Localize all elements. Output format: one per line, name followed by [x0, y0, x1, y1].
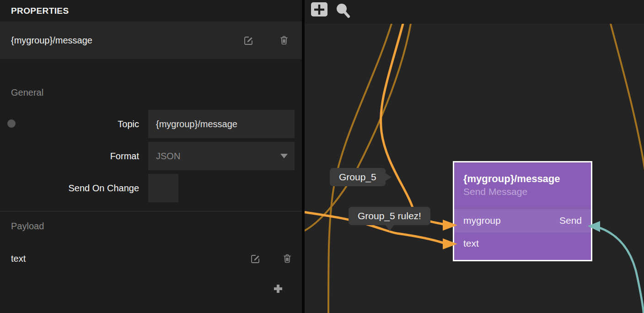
delete-button[interactable] — [279, 35, 290, 46]
edge-label-text: Group_5 rulez! — [358, 210, 421, 221]
payload-delete-button[interactable] — [282, 253, 293, 264]
send-on-change-row: Send On Change — [0, 174, 302, 202]
add-node-button[interactable] — [311, 2, 327, 16]
arrowhead-text — [443, 238, 457, 249]
plus-icon — [313, 4, 325, 16]
edit-icon — [243, 35, 254, 46]
payload-item-name: text — [11, 254, 26, 264]
general-section-label: General — [11, 87, 43, 98]
chevron-down-icon — [280, 154, 288, 158]
format-value: JSON — [156, 151, 180, 162]
search-button[interactable] — [336, 3, 351, 18]
properties-panel-header: PROPERTIES — [0, 0, 302, 22]
topic-input[interactable]: {mygroup}/message — [148, 110, 295, 138]
edge-label-group5[interactable]: Group_5 — [330, 168, 386, 186]
edit-button[interactable] — [243, 35, 254, 46]
topic-label: Topic — [118, 119, 139, 130]
send-on-change-label: Send On Change — [68, 183, 139, 194]
trash-icon — [282, 253, 293, 264]
plus-icon — [273, 283, 284, 294]
canvas-toolbar — [305, 0, 644, 24]
edge-label-text: Group_5 — [339, 172, 376, 182]
format-row: Format JSON — [0, 142, 302, 170]
search-icon — [336, 3, 351, 18]
add-payload-button[interactable] — [273, 283, 284, 294]
panel-title: PROPERTIES — [11, 6, 69, 16]
selected-node-row[interactable]: {mygroup}/message — [0, 22, 302, 59]
payload-edit-button[interactable] — [250, 253, 261, 264]
canvas[interactable]: {mygroup}/message Send Message mygroup S… — [305, 0, 644, 313]
payload-section: Payload text — [0, 211, 302, 313]
topic-value: {mygroup}/message — [156, 119, 237, 130]
selected-node-name: {mygroup}/message — [11, 35, 92, 46]
trash-icon — [279, 35, 290, 46]
arrowhead-mygroup — [443, 220, 457, 231]
edit-icon — [250, 253, 261, 264]
payload-item-row[interactable]: text — [0, 248, 302, 270]
edge-label-group5-rulez[interactable]: Group_5 rulez! — [349, 207, 430, 225]
edge-teal-to-send[interactable] — [597, 227, 644, 313]
topic-row: Topic {mygroup}/message — [0, 110, 302, 138]
payload-section-label: Payload — [11, 221, 44, 232]
selected-node-actions — [243, 35, 290, 46]
properties-panel: PROPERTIES {mygroup}/message General — [0, 0, 302, 313]
edge-orange-to-mygroup[interactable] — [381, 24, 444, 224]
edge-layer — [305, 0, 644, 313]
format-label: Format — [110, 151, 139, 162]
edge-orange-dim-right[interactable] — [611, 24, 644, 170]
format-select[interactable]: JSON — [148, 142, 295, 170]
send-on-change-checkbox[interactable] — [148, 174, 178, 202]
tooltip-tail-right — [385, 173, 392, 181]
arrowhead-send — [588, 221, 600, 232]
tooltip-tail-down — [385, 225, 394, 231]
